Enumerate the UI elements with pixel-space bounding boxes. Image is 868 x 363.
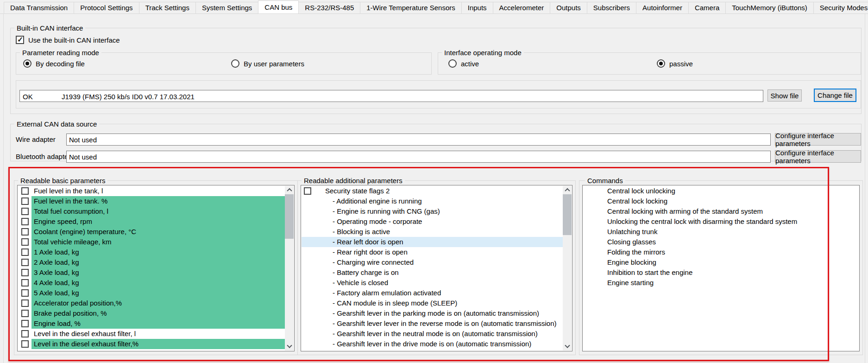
scroll-up-button[interactable] (285, 186, 294, 194)
command-row[interactable]: Central lock unlocking (583, 186, 859, 196)
parameter-label: Engine load, % (34, 318, 81, 329)
tab-can-bus[interactable]: CAN bus (258, 0, 299, 14)
command-row[interactable]: Central lock locking (583, 196, 859, 206)
parameter-checkbox[interactable] (21, 310, 29, 317)
wire-adapter-field[interactable]: Not used (66, 134, 771, 146)
basic-parameters-scrollbar[interactable] (285, 186, 294, 350)
flag-row[interactable]: - Gearshift lever lever in the reverse m… (302, 318, 563, 329)
basic-parameter-row[interactable]: Engine speed, rpm (18, 217, 285, 227)
tab-subscribers[interactable]: Subscribers (587, 2, 636, 13)
bluetooth-adapter-field[interactable]: Not used (66, 151, 771, 163)
flag-row[interactable]: - Gearshift lever in the parking mode is… (302, 308, 563, 318)
decoding-file-field[interactable]: OK J1939 (FMS) 250 kb/s ID0 v0.7 17.03.2… (19, 90, 763, 102)
by-decoding-file-radio[interactable] (23, 59, 31, 68)
change-file-button[interactable]: Change file (814, 89, 856, 102)
flag-row[interactable]: - Charging wire connected (302, 257, 563, 267)
basic-parameter-row[interactable]: Coolant (engine) temperature, °C (18, 227, 285, 237)
basic-parameter-row[interactable]: 1 Axle load, kg (18, 247, 285, 257)
bluetooth-adapter-configure-button[interactable]: Configure interface parameters (775, 150, 861, 163)
flag-row[interactable]: - Rear right door is open (302, 247, 563, 257)
basic-parameter-row[interactable]: Total fuel consumption, l (18, 206, 285, 217)
show-file-button[interactable]: Show file (767, 89, 802, 102)
basic-parameter-row[interactable]: 2 Axle load, kg (18, 257, 285, 267)
flag-row[interactable]: - CAN module is in sleep mode (SLEEP) (302, 298, 563, 308)
parameter-checkbox[interactable] (21, 238, 29, 246)
tab-data-transmission[interactable]: Data Transmission (4, 2, 74, 13)
basic-parameter-row[interactable]: Total vehicle mileage, km (18, 237, 285, 247)
tab-camera[interactable]: Camera (688, 2, 726, 13)
active-radio[interactable] (448, 59, 457, 68)
wire-adapter-configure-button[interactable]: Configure interface parameters (775, 133, 861, 146)
basic-parameter-row[interactable]: Level in the diesel exhaust filter, l (18, 329, 285, 339)
parameter-checkbox[interactable] (21, 248, 29, 256)
tab-rs-232-rs-485[interactable]: RS-232/RS-485 (298, 2, 360, 13)
tab-inputs[interactable]: Inputs (461, 2, 493, 13)
basic-parameter-row[interactable]: Accelerator pedal position,% (18, 298, 285, 308)
scroll-down-button[interactable] (285, 343, 294, 350)
tab-accelerometer[interactable]: Accelerometer (493, 2, 551, 13)
command-row[interactable]: Unlocking the central lock with disarmin… (583, 217, 859, 227)
parameter-checkbox[interactable] (21, 187, 29, 195)
tab-system-settings[interactable]: System Settings (195, 2, 258, 13)
parameter-checkbox[interactable] (21, 197, 29, 205)
row-highlight: Brake pedal position, % (31, 308, 285, 318)
basic-parameter-row[interactable]: 4 Axle load, kg (18, 278, 285, 288)
flag-row[interactable]: - Operating mode - corporate (302, 217, 563, 227)
parameter-reading-mode-group: Parameter reading mode By decoding file … (16, 52, 432, 75)
parameter-checkbox[interactable] (21, 279, 29, 287)
parameter-checkbox[interactable] (21, 320, 29, 327)
parameter-checkbox[interactable] (21, 340, 29, 348)
checkbox-cell (18, 339, 31, 349)
parameter-checkbox[interactable] (21, 289, 29, 297)
command-row[interactable]: Engine starting (583, 278, 859, 288)
parameter-checkbox[interactable] (21, 259, 29, 266)
flag-row[interactable]: - Battery charge is on (302, 267, 563, 278)
basic-parameter-row[interactable]: 3 Axle load, kg (18, 267, 285, 278)
flag-row[interactable]: - Additional engine is running (302, 196, 563, 206)
basic-parameter-row[interactable]: 5 Axle load, kg (18, 288, 285, 298)
additional-parameters-scrollbar[interactable] (563, 186, 572, 350)
flag-row[interactable]: - Vehicle is closed (302, 278, 563, 288)
tab-touchmemory-ibuttons[interactable]: TouchMemory (iButtons) (725, 2, 814, 13)
command-row[interactable]: Central locking with arming of the stand… (583, 206, 859, 217)
flag-row[interactable]: - Gearshift lever in the neutral mode is… (302, 329, 563, 339)
flag-row[interactable]: - Gearshift lever in the drive mode is o… (302, 339, 563, 349)
basic-parameter-row[interactable]: Engine load, % (18, 318, 285, 329)
additional-parameter-row[interactable]: Security state flags 2 (302, 186, 563, 196)
scrollbar-thumb[interactable] (563, 194, 572, 235)
basic-parameter-row[interactable]: Fuel level in the tank. % (18, 196, 285, 206)
basic-parameter-row[interactable]: Level in the diesel exhaust filter,% (18, 339, 285, 349)
parameter-checkbox[interactable] (21, 269, 29, 276)
basic-parameter-row[interactable]: Brake pedal position, % (18, 308, 285, 318)
scroll-up-button[interactable] (563, 186, 572, 194)
tab-1-wire-temperature-sensors[interactable]: 1-Wire Temperature Sensors (360, 2, 461, 13)
command-row[interactable]: Closing glasses (583, 237, 859, 247)
command-row[interactable]: Inhibition to start the engine (583, 267, 859, 278)
use-builtin-can-checkbox[interactable] (16, 36, 24, 44)
tab-outputs[interactable]: Outputs (550, 2, 587, 13)
scroll-down-button[interactable] (563, 343, 572, 350)
basic-parameter-row[interactable]: Fuel level in the tank, l (18, 186, 285, 196)
passive-radio[interactable] (657, 59, 665, 68)
flag-row[interactable]: - Factory alarm emulation activated (302, 288, 563, 298)
by-user-parameters-radio[interactable] (231, 59, 239, 68)
tab-autoinformer[interactable]: Autoinformer (636, 2, 689, 13)
chevron-up-icon (287, 188, 292, 193)
parameter-checkbox[interactable] (304, 187, 311, 195)
parameter-checkbox[interactable] (21, 330, 29, 338)
scrollbar-thumb[interactable] (285, 194, 294, 239)
command-row[interactable]: Folding the mirrors (583, 247, 859, 257)
command-row[interactable]: Engine blocking (583, 257, 859, 267)
parameter-checkbox[interactable] (21, 228, 29, 236)
parameter-checkbox[interactable] (21, 218, 29, 225)
parameter-checkbox[interactable] (21, 208, 29, 215)
parameter-checkbox[interactable] (21, 299, 29, 307)
command-row[interactable]: Unlatching trunk (583, 227, 859, 237)
tab-security-modes[interactable]: Security Modes (813, 2, 868, 13)
tab-track-settings[interactable]: Track Settings (139, 2, 196, 13)
flag-row[interactable]: - Engine is running with CNG (gas) (302, 206, 563, 217)
checkbox-cell (18, 308, 31, 318)
tab-protocol-settings[interactable]: Protocol Settings (74, 2, 139, 13)
flag-row[interactable]: - Blocking is active (302, 227, 563, 237)
flag-row[interactable]: - Rear left door is open (302, 237, 563, 247)
